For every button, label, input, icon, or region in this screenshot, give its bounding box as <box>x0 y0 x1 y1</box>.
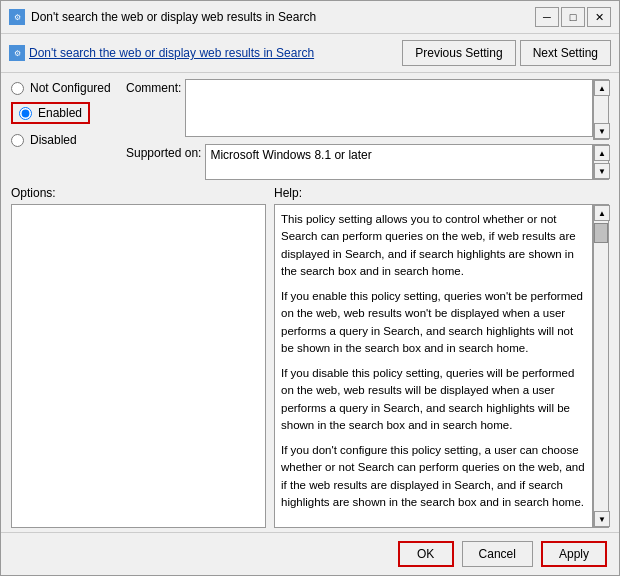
prev-setting-button[interactable]: Previous Setting <box>402 40 515 66</box>
disabled-option[interactable]: Disabled <box>11 133 126 147</box>
cancel-button[interactable]: Cancel <box>462 541 533 567</box>
supported-scroll-up[interactable]: ▲ <box>594 145 610 161</box>
window-title: Don't search the web or display web resu… <box>31 10 316 24</box>
help-scroll-down[interactable]: ▼ <box>594 511 610 527</box>
svg-text:⚙: ⚙ <box>14 13 21 22</box>
supported-wrapper: Microsoft Windows 8.1 or later ▲ ▼ <box>205 144 609 180</box>
supported-value: Microsoft Windows 8.1 or later <box>205 144 593 180</box>
help-scrollbar-thumb[interactable] <box>594 223 608 243</box>
ok-button[interactable]: OK <box>398 541 454 567</box>
help-para-4: If you don't configure this policy setti… <box>281 442 586 511</box>
title-bar-left: ⚙ Don't search the web or display web re… <box>9 9 316 25</box>
comment-wrapper: ▲ ▼ <box>185 79 609 140</box>
toolbar-title-text: Don't search the web or display web resu… <box>29 46 314 60</box>
toolbar-title-area: ⚙ Don't search the web or display web re… <box>9 45 314 61</box>
title-bar: ⚙ Don't search the web or display web re… <box>1 1 619 34</box>
bottom-section: Options: Help: This policy setting allow… <box>11 186 609 528</box>
help-label: Help: <box>274 186 609 200</box>
minimize-button[interactable]: ─ <box>535 7 559 27</box>
options-label: Options: <box>11 186 266 200</box>
not-configured-label[interactable]: Not Configured <box>30 81 111 95</box>
maximize-button[interactable]: □ <box>561 7 585 27</box>
main-content: Not Configured Enabled Disabled Comme <box>1 73 619 532</box>
options-panel: Options: <box>11 186 266 528</box>
comment-scroll-up[interactable]: ▲ <box>594 80 610 96</box>
disabled-radio[interactable] <box>11 134 24 147</box>
radio-group: Not Configured Enabled Disabled <box>11 79 126 180</box>
supported-label: Supported on: <box>126 144 201 160</box>
close-button[interactable]: ✕ <box>587 7 611 27</box>
main-window: ⚙ Don't search the web or display web re… <box>0 0 620 576</box>
not-configured-option[interactable]: Not Configured <box>11 81 126 95</box>
toolbar-buttons: Previous Setting Next Setting <box>402 40 611 66</box>
not-configured-radio[interactable] <box>11 82 24 95</box>
supported-scrollbar: ▲ ▼ <box>593 144 609 180</box>
svg-text:⚙: ⚙ <box>14 49 21 58</box>
comment-label: Comment: <box>126 79 181 95</box>
help-para-1: This policy setting allows you to contro… <box>281 211 586 280</box>
next-setting-button[interactable]: Next Setting <box>520 40 611 66</box>
help-scrollbar-track <box>594 221 608 511</box>
footer: OK Cancel Apply <box>1 532 619 575</box>
enabled-radio[interactable] <box>19 107 32 120</box>
help-panel: Help: This policy setting allows you to … <box>274 186 609 528</box>
apply-button[interactable]: Apply <box>541 541 607 567</box>
right-top-panel: Comment: ▲ ▼ Supported on: Microsoft Win… <box>126 79 609 180</box>
enabled-box: Enabled <box>11 102 90 124</box>
window-icon: ⚙ <box>9 9 25 25</box>
supported-section: Supported on: Microsoft Windows 8.1 or l… <box>126 144 609 180</box>
toolbar: ⚙ Don't search the web or display web re… <box>1 34 619 73</box>
enabled-option[interactable]: Enabled <box>11 102 126 124</box>
help-wrapper: This policy setting allows you to contro… <box>274 204 609 528</box>
top-section: Not Configured Enabled Disabled Comme <box>11 79 609 180</box>
window-controls: ─ □ ✕ <box>535 7 611 27</box>
help-scrollbar: ▲ ▼ <box>593 204 609 528</box>
toolbar-icon: ⚙ <box>9 45 25 61</box>
disabled-label[interactable]: Disabled <box>30 133 77 147</box>
supported-scroll-down[interactable]: ▼ <box>594 163 610 179</box>
help-para-2: If you enable this policy setting, queri… <box>281 288 586 357</box>
enabled-label[interactable]: Enabled <box>38 106 82 120</box>
comment-textarea[interactable] <box>185 79 593 137</box>
options-box <box>11 204 266 528</box>
help-para-3: If you disable this policy setting, quer… <box>281 365 586 434</box>
help-text: This policy setting allows you to contro… <box>274 204 593 528</box>
comment-scroll-down[interactable]: ▼ <box>594 123 610 139</box>
help-scroll-up[interactable]: ▲ <box>594 205 610 221</box>
comment-section: Comment: ▲ ▼ <box>126 79 609 140</box>
comment-scrollbar: ▲ ▼ <box>593 79 609 140</box>
